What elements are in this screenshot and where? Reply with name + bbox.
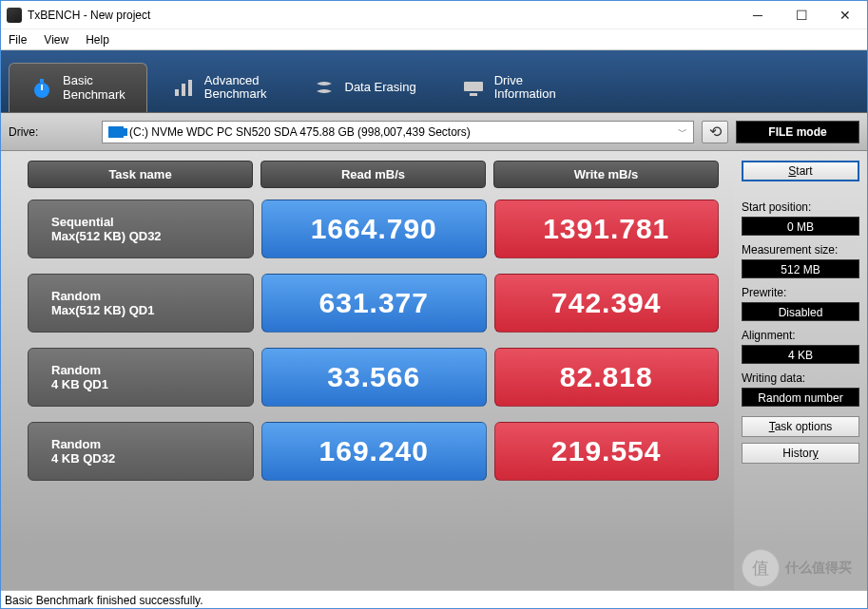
col-write: Write mB/s (493, 161, 719, 188)
svg-rect-5 (188, 80, 192, 96)
read-value: 169.240 (261, 422, 487, 481)
tab-drive-information[interactable]: Drive Information (441, 63, 577, 112)
tab-erasing-label: Data Erasing (345, 81, 416, 94)
stopwatch-icon (30, 77, 53, 100)
watermark-text: 什么值得买 (785, 560, 852, 577)
drive-selected-text: (C:) NVMe WDC PC SN520 SDA 475.88 GB (99… (129, 125, 471, 139)
reload-button[interactable]: ⟲ (702, 121, 728, 143)
write-value: 742.394 (494, 274, 720, 333)
bench-row-3: Random 4 KB QD32 169.240 219.554 (28, 422, 719, 481)
start-position-label: Start position: (742, 200, 859, 214)
erase-icon (313, 76, 336, 99)
svg-rect-3 (175, 89, 179, 96)
measurement-size-value[interactable]: 512 MB (742, 259, 859, 278)
col-read: Read mB/s (260, 161, 486, 188)
write-value: 82.818 (494, 348, 720, 407)
tab-advanced-label: Advanced Benchmark (204, 74, 267, 102)
task-line2: 4 KB QD32 (51, 451, 253, 466)
bars-icon (172, 76, 195, 99)
measurement-size-label: Measurement size: (742, 243, 859, 257)
status-bar: Basic Benchmark finished successfully. (1, 590, 867, 609)
close-button[interactable]: ✕ (823, 1, 867, 29)
read-value: 1664.790 (261, 200, 487, 258)
read-value: 33.566 (261, 348, 487, 407)
task-options-button[interactable]: Task options (742, 416, 859, 437)
alignment-label: Alignment: (742, 329, 859, 342)
task-cell: Random 4 KB QD1 (28, 348, 254, 407)
read-value: 631.377 (261, 274, 487, 333)
tab-driveinfo-label: Drive Information (494, 74, 556, 102)
write-value: 219.554 (494, 422, 720, 481)
menu-view[interactable]: View (44, 33, 68, 47)
prewrite-label: Prewrite: (742, 286, 859, 299)
file-mode-button[interactable]: FILE mode (736, 121, 859, 143)
tab-data-erasing[interactable]: Data Erasing (292, 63, 437, 112)
watermark: 值 什么值得买 (742, 549, 852, 587)
task-line2: Max(512 KB) QD1 (51, 303, 253, 317)
menu-help[interactable]: Help (86, 33, 109, 47)
task-cell: Random 4 KB QD32 (28, 422, 254, 481)
history-label: Histor (782, 447, 812, 460)
drive-icon (108, 126, 124, 138)
bench-row-2: Random 4 KB QD1 33.566 82.818 (28, 348, 719, 407)
svg-rect-6 (464, 82, 483, 91)
maximize-button[interactable]: ☐ (780, 1, 823, 29)
task-options-label: ask options (775, 420, 833, 433)
col-task-name: Task name (28, 161, 253, 188)
task-line1: Random (51, 437, 253, 451)
task-line2: Max(512 KB) QD32 (51, 229, 253, 243)
writing-data-value[interactable]: Random number (742, 388, 859, 407)
bench-row-1: Random Max(512 KB) QD1 631.377 742.394 (28, 274, 719, 333)
drive-info-icon (462, 76, 485, 99)
task-cell: Sequential Max(512 KB) QD32 (28, 200, 254, 258)
history-button[interactable]: History (742, 443, 859, 464)
reload-icon: ⟲ (709, 123, 722, 141)
drive-label: Drive: (9, 125, 94, 139)
tab-advanced-benchmark[interactable]: Advanced Benchmark (151, 63, 288, 112)
watermark-icon: 值 (742, 549, 780, 587)
menu-file[interactable]: File (9, 33, 27, 47)
tab-basic-label: Basic Benchmark (63, 74, 125, 102)
start-position-value[interactable]: 0 MB (742, 217, 859, 236)
task-line1: Sequential (51, 215, 253, 229)
task-line2: 4 KB QD1 (51, 377, 253, 391)
task-line1: Random (51, 289, 253, 303)
write-value: 1391.781 (494, 200, 720, 258)
app-icon (7, 8, 22, 23)
svg-rect-1 (40, 79, 44, 83)
drive-select[interactable]: (C:) NVMe WDC PC SN520 SDA 475.88 GB (99… (102, 121, 694, 143)
svg-rect-4 (182, 84, 185, 96)
task-line1: Random (51, 363, 253, 377)
bench-row-0: Sequential Max(512 KB) QD32 1664.790 139… (28, 200, 719, 258)
start-button[interactable]: SStarttart (742, 161, 859, 181)
window-title: TxBENCH - New project (28, 9, 150, 22)
minimize-button[interactable]: ─ (736, 1, 780, 29)
task-cell: Random Max(512 KB) QD1 (28, 274, 254, 333)
writing-data-label: Writing data: (742, 371, 859, 385)
chevron-down-icon: ﹀ (678, 125, 687, 139)
alignment-value[interactable]: 4 KB (742, 345, 859, 364)
tab-basic-benchmark[interactable]: Basic Benchmark (9, 63, 147, 112)
svg-rect-7 (470, 93, 477, 96)
prewrite-value[interactable]: Disabled (742, 302, 859, 321)
